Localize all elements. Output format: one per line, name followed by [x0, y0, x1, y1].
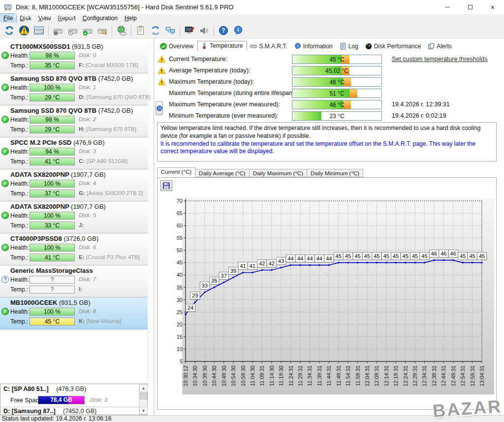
toolbar-send-test-icon[interactable] [149, 24, 162, 37]
close-button[interactable]: × [481, 0, 504, 14]
svg-text:40: 40 [177, 272, 183, 278]
temp-label: Temp.: [10, 158, 28, 165]
scroll-down-button[interactable]: ▼ [139, 407, 148, 415]
volume-name: C: [SP A80 51..] [3, 386, 49, 392]
temperature-chart: 5101520253035404550556065702429333537394… [158, 178, 496, 411]
menu-item-view[interactable]: View [35, 14, 55, 23]
svg-text:46: 46 [441, 251, 446, 257]
toolbar-network-globe-icon[interactable] [115, 24, 128, 37]
minimize-button[interactable] [436, 0, 459, 14]
temp-bar: 45 °C [30, 318, 75, 325]
tab-s-m-a-r-t-[interactable]: S.M.A.R.T. [247, 42, 291, 51]
svg-text:45: 45 [460, 253, 466, 259]
temp-label: Temp.: [10, 126, 28, 133]
toolbar-report-icon[interactable] [134, 24, 147, 37]
menu-item-file[interactable]: File [0, 14, 16, 23]
svg-text:30: 30 [177, 297, 183, 303]
svg-text:12:14:31: 12:14:31 [383, 365, 389, 387]
toolbar-help-icon[interactable]: ? [217, 24, 230, 37]
toolbar-disk-search-icon[interactable] [96, 24, 109, 37]
chart-tab-daily-minimum-c-[interactable]: Daily Minimum (°C) [307, 169, 363, 177]
health-ok-icon: ✓ [1, 308, 9, 315]
toolbar-refresh-icon[interactable] [3, 24, 16, 37]
menu-bar: FileDiskViewReportConfigurationHelp [0, 14, 504, 23]
disk-entry-8[interactable]: MB1000GCEEK (931,5 GB)✓Health:100 %Disk:… [0, 297, 148, 329]
chart-tab-daily-average-c-[interactable]: Daily Average (°C) [195, 169, 250, 177]
scroll-up-button[interactable]: ▲ [139, 384, 148, 392]
save-icon [162, 182, 170, 190]
svg-text:20: 20 [177, 322, 183, 327]
drive-letter: F: [Crucial MX500 1TB] [79, 62, 138, 68]
disk-entry-0[interactable]: CT1000MX500SSD1 (931,5 GB)✓Health:98 %Di… [0, 41, 148, 73]
disk-entry-6[interactable]: CT4000P3PSSD8 (3726,0 GB)✓Health:100 %Di… [0, 233, 148, 265]
temperature-value: 23 °C [292, 112, 381, 120]
svg-text:10:44:30: 10:44:30 [211, 365, 217, 387]
toolbar-disk-accept-icon[interactable] [81, 24, 94, 37]
disk-entry-1[interactable]: Samsung SSD 870 QVO 8TB (7452,0 GB)✓Heal… [0, 73, 148, 105]
disk-entry-4[interactable]: ADATA SX8200PNP (1907,7 GB)✓Health:100 %… [0, 169, 148, 201]
temperature-row-label: Maximum Temperature (during entire lifes… [169, 90, 296, 97]
svg-text:11:34:31: 11:34:31 [307, 365, 313, 386]
volume-row-c[interactable]: C: [SP A80 51..] (476,3 GB) [3, 386, 86, 392]
tab-disk-performance[interactable]: Disk Performance [362, 42, 425, 51]
temperature-timestamp: 19.4.2026 г. 12:39:31 [392, 101, 450, 108]
tab-alerts[interactable]: Alerts [425, 42, 456, 51]
toolbar-sound-icon[interactable] [198, 24, 211, 37]
temperature-row-label: Current Temperature: [169, 56, 227, 63]
chart-tabs: Current (°C)Daily Average (°C)Daily Maxi… [157, 167, 363, 177]
disk-entry-7[interactable]: Generic MassStorageClass?Health:?Disk: 7… [0, 265, 148, 297]
warning-icon [158, 66, 166, 74]
free-space-disk-number: Disk: 3 [90, 397, 107, 403]
chart-tab-current-c-[interactable]: Current (°C) [157, 167, 195, 177]
menu-item-help[interactable]: Help [121, 14, 140, 23]
chart-tab-daily-maximum-c-[interactable]: Daily Maximum (°C) [250, 169, 307, 177]
tab-temperature[interactable]: Temperature [197, 41, 247, 51]
svg-text:11:19:30: 11:19:30 [278, 365, 284, 386]
svg-text:i: i [238, 27, 239, 32]
disk-entry-2[interactable]: Samsung SSD 870 QVO 8TB (7452,0 GB)✓Heal… [0, 105, 148, 137]
toolbar-info-icon[interactable]: i [232, 24, 245, 37]
scroll-thumb[interactable] [140, 392, 147, 399]
toolbar-desktop-edit-icon[interactable] [183, 24, 196, 37]
svg-text:41: 41 [240, 263, 246, 269]
health-label: Health: [10, 276, 29, 283]
restore-temperature-button[interactable] [156, 101, 163, 115]
toolbar-separator [48, 25, 49, 36]
tab-information[interactable]: iInformation [291, 42, 337, 51]
drive-letter: K: [New Volume] [79, 318, 121, 324]
tab-log[interactable]: Log [337, 42, 362, 51]
tab-temperature-icon [201, 42, 208, 49]
temp-label: Temp.: [10, 254, 28, 261]
svg-text:46: 46 [450, 251, 456, 257]
toolbar-disk-clock-icon[interactable] [66, 24, 79, 37]
volumes-scrollbar[interactable]: ▲ ▼ [139, 384, 147, 415]
menu-item-disk[interactable]: Disk [16, 14, 34, 23]
set-thresholds-link[interactable]: Set custom temperature thresholds [392, 56, 488, 63]
drive-letter: D: [Samsung 870 QVO 8TB] [79, 94, 151, 100]
disk-entry-3[interactable]: SPCC M.2 PCIe SSD (476,9 GB)✓Health:94 %… [0, 137, 148, 169]
toolbar-warning-icon[interactable] [18, 24, 31, 37]
save-chart-button[interactable] [160, 180, 172, 191]
tab-overview[interactable]: Overview [157, 42, 197, 51]
volume-row-d[interactable]: D: [Samsung 87..] (7452,0 GB) [3, 408, 96, 415]
menu-item-report[interactable]: Report [55, 14, 79, 23]
volume-size: (476,3 GB) [56, 386, 86, 392]
temp-row: Temp.:45 °CK: [New Volume] [0, 318, 148, 327]
svg-text:44: 44 [316, 256, 322, 261]
maximize-button[interactable] [459, 0, 481, 14]
svg-text:25: 25 [177, 309, 183, 315]
svg-text:33: 33 [202, 283, 208, 289]
toolbar-disk-settings-icon[interactable] [52, 24, 64, 37]
health-label: Health: [10, 212, 29, 219]
health-label: Health: [10, 180, 29, 187]
disk-entry-5[interactable]: ADATA SX8200PNP (1907,7 GB)✓Health:100 %… [0, 201, 148, 233]
sidebar-scrollbar[interactable] [147, 41, 153, 383]
toolbar-network-computers-icon[interactable] [164, 24, 177, 37]
menu-item-configuration[interactable]: Configuration [79, 14, 121, 23]
svg-text:42: 42 [259, 260, 265, 266]
toolbar-separator [180, 25, 180, 36]
temperature-value: 46 °C [292, 100, 381, 109]
svg-text:44: 44 [326, 256, 332, 261]
health-label: Health: [10, 84, 29, 91]
toolbar-disk-overview-icon[interactable] [32, 24, 45, 37]
